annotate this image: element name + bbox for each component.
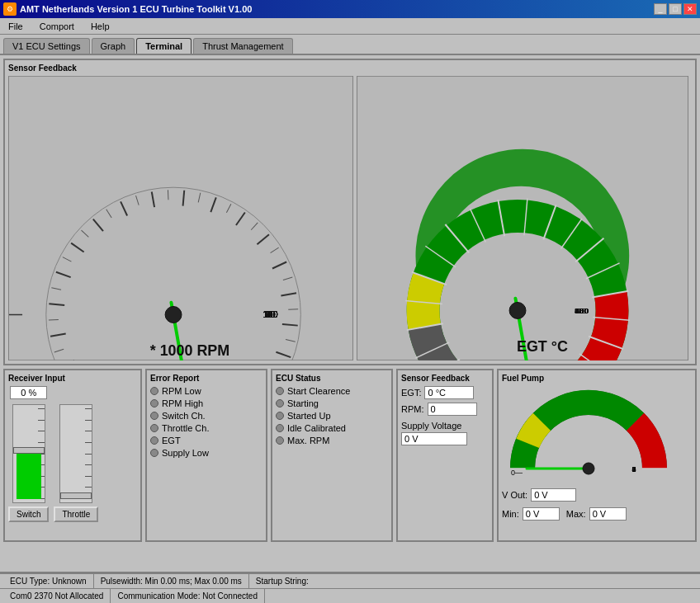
throttle-button[interactable]: Throttle — [54, 506, 98, 522]
vout-label: V Out: — [502, 490, 527, 500]
svg-text:900: 900 — [575, 306, 589, 315]
led-max-rpm: Max. RPM — [276, 436, 388, 445]
egt-gauge-svg: 0 50 100 150 200 250 300 350 400 450 500… — [357, 76, 688, 360]
led-throttle-ch-label: Throttle Ch. — [162, 423, 209, 433]
status-row-1: ECU Type: Unknown Pulsewidth: Min 0.00 m… — [0, 573, 700, 588]
status-row-2: Com0 2370 Not Allocated Communication Mo… — [0, 588, 700, 603]
status-empty — [265, 589, 278, 603]
led-starting: Starting — [276, 398, 388, 408]
title-bar: ⚙ AMT Netherlands Version 1 ECU Turbine … — [0, 0, 700, 18]
tab-graph[interactable]: Graph — [92, 38, 135, 54]
svg-text:160: 160 — [262, 309, 277, 319]
led-rpm-low: RPM Low — [150, 386, 262, 396]
led-egt-indicator — [150, 436, 158, 445]
led-started-up: Started Up — [276, 411, 388, 421]
sensor-feedback-box: Sensor Feedback — [3, 59, 697, 365]
svg-line-45 — [168, 190, 168, 200]
svg-line-51 — [288, 309, 298, 310]
svg-point-117 — [583, 463, 594, 474]
percentage-display: 0 % — [10, 386, 47, 399]
led-rpm-low-label: RPM Low — [162, 386, 201, 396]
rpm-input[interactable] — [428, 403, 477, 416]
fuel-pump-title: Fuel Pump — [502, 374, 692, 383]
led-rpm-high: RPM High — [150, 398, 262, 408]
tab-v1-ecu-settings[interactable]: V1 ECU Settings — [3, 38, 90, 54]
main-content: Sensor Feedback — [0, 55, 700, 545]
led-start-clearence: Start Clearence — [276, 386, 388, 396]
led-idle-calibrated: Idle Calibrated — [276, 423, 388, 433]
fuel-zero-label: 0— — [511, 469, 523, 477]
egt-field-row: EGT: — [401, 386, 489, 399]
max-input[interactable] — [589, 507, 627, 521]
tab-thrust-management[interactable]: Thrust Management — [193, 38, 292, 54]
svg-line-39 — [49, 320, 59, 321]
title-controls: _ □ ✕ — [654, 3, 697, 15]
status-com: Com0 2370 Not Allocated — [3, 589, 111, 603]
window-title: AMT Netherlands Version 1 ECU Turbine To… — [20, 4, 252, 14]
led-egt-label: EGT — [162, 436, 181, 445]
led-started-up-indicator — [276, 412, 284, 420]
switch-button[interactable]: Switch — [8, 506, 49, 522]
led-rpm-low-indicator — [150, 387, 158, 395]
close-button[interactable]: ✕ — [683, 3, 697, 15]
menu-help[interactable]: Help — [86, 20, 115, 33]
status-bar: ECU Type: Unknown Pulsewidth: Min 0.00 m… — [0, 572, 700, 603]
tab-terminal[interactable]: Terminal — [136, 38, 192, 54]
led-switch-ch: Switch Ch. — [150, 411, 262, 421]
throttle-slider[interactable] — [59, 404, 92, 503]
fuel-pump-panel: Fuel Pump — [497, 369, 697, 542]
status-pulsewidth: Pulsewidth: Min 0.00 ms; Max 0.00 ms — [94, 574, 249, 588]
rpm-field-row: RPM: — [401, 403, 489, 416]
led-supply-low: Supply Low — [150, 448, 262, 458]
menu-bar: File Comport Help — [0, 18, 700, 35]
menu-file[interactable]: File — [3, 20, 28, 33]
fuel-pump-gauge-svg: 0 1 2 3 4 5 6 7 8 — [502, 386, 675, 485]
tab-bar: V1 ECU Settings Graph Terminal Thrust Ma… — [0, 35, 700, 55]
ecu-status-title: ECU Status — [276, 374, 388, 383]
led-max-rpm-indicator — [276, 436, 284, 445]
rpm-label: RPM: — [401, 404, 424, 414]
vout-row: V Out: — [502, 488, 692, 502]
min-input[interactable] — [523, 507, 560, 521]
error-report-title: Error Report — [150, 374, 262, 383]
led-rpm-high-indicator — [150, 399, 158, 407]
led-idle-calibrated-label: Idle Calibrated — [287, 423, 346, 433]
svg-text:* 1000 RPM: * 1000 RPM — [150, 342, 230, 359]
led-idle-calibrated-indicator — [276, 424, 284, 432]
led-starting-label: Starting — [287, 398, 319, 408]
led-switch-ch-indicator — [150, 412, 158, 420]
status-startup-string: Startup String: — [249, 574, 315, 588]
svg-point-96 — [509, 302, 526, 318]
minimize-button[interactable]: _ — [654, 3, 667, 15]
bottom-section: Receiver Input 0 % — [3, 369, 697, 542]
led-supply-low-label: Supply Low — [162, 448, 209, 458]
sensor-feedback-title: Sensor Feedback — [8, 64, 692, 73]
led-start-clearence-indicator — [276, 387, 284, 395]
vout-input[interactable] — [531, 488, 576, 502]
maximize-button[interactable]: □ — [669, 3, 682, 15]
sensor-feedback-small-panel: Sensor Feedback EGT: RPM: Supply Voltage — [396, 369, 494, 542]
led-throttle-ch: Throttle Ch. — [150, 423, 262, 433]
status-ecu-type: ECU Type: Unknown — [3, 574, 94, 588]
receiver-input-panel: Receiver Input 0 % — [3, 369, 142, 542]
svg-point-54 — [165, 306, 182, 323]
rpm-gauge: 0 10 20 — [8, 76, 353, 360]
error-report-panel: Error Report RPM Low RPM High Switch Ch.… — [145, 369, 267, 542]
egt-label: EGT: — [401, 388, 421, 398]
sensor-feedback-small-title: Sensor Feedback — [401, 374, 489, 383]
max-label: Max: — [566, 509, 586, 519]
switch-slider[interactable] — [12, 404, 45, 503]
led-rpm-high-label: RPM High — [162, 398, 203, 408]
led-starting-indicator — [276, 399, 284, 407]
led-egt: EGT — [150, 436, 262, 445]
egt-gauge: 0 50 100 150 200 250 300 350 400 450 500… — [357, 76, 688, 360]
menu-comport[interactable]: Comport — [35, 20, 79, 33]
egt-input[interactable] — [424, 386, 474, 399]
ecu-status-panel: ECU Status Start Clearence Starting Star… — [271, 369, 393, 542]
supply-voltage-input[interactable] — [401, 432, 467, 445]
led-max-rpm-label: Max. RPM — [287, 436, 329, 445]
receiver-input-title: Receiver Input — [8, 374, 137, 383]
gauges-row: 0 10 20 — [8, 76, 692, 360]
led-supply-low-indicator — [150, 449, 158, 457]
svg-text:8: 8 — [631, 465, 636, 473]
